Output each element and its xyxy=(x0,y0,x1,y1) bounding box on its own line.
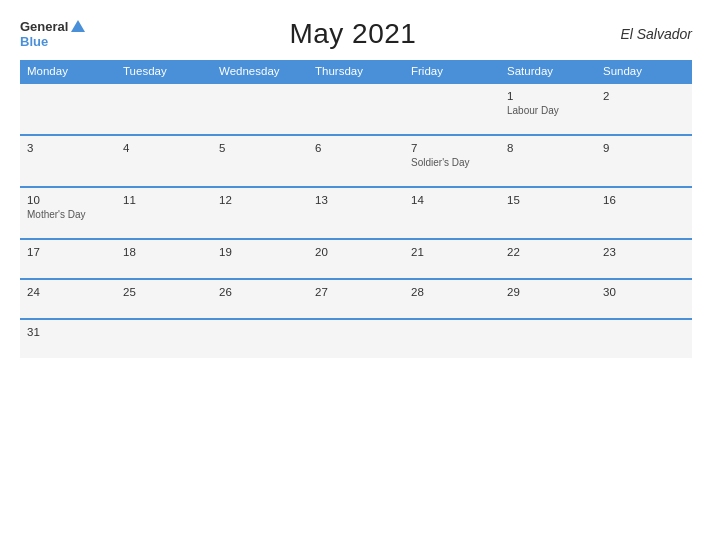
day-number: 12 xyxy=(219,194,301,206)
day-number: 6 xyxy=(315,142,397,154)
calendar-cell: 31 xyxy=(20,319,116,358)
logo-triangle-icon xyxy=(71,20,85,32)
month-title: May 2021 xyxy=(289,18,416,50)
calendar-cell: 28 xyxy=(404,279,500,319)
calendar-header: General Blue May 2021 El Salvador xyxy=(20,18,692,50)
calendar-cell: 25 xyxy=(116,279,212,319)
day-number: 26 xyxy=(219,286,301,298)
calendar-cell xyxy=(212,319,308,358)
calendar-cell: 29 xyxy=(500,279,596,319)
calendar-row-0: 1Labour Day2 xyxy=(20,83,692,135)
calendar-cell: 6 xyxy=(308,135,404,187)
day-number: 13 xyxy=(315,194,397,206)
calendar-cell: 14 xyxy=(404,187,500,239)
day-number: 15 xyxy=(507,194,589,206)
calendar-row-4: 24252627282930 xyxy=(20,279,692,319)
calendar-cell xyxy=(404,319,500,358)
calendar-row-5: 31 xyxy=(20,319,692,358)
logo-general-text: General xyxy=(20,19,68,34)
calendar-cell xyxy=(404,83,500,135)
calendar-cell: 2 xyxy=(596,83,692,135)
calendar-cell xyxy=(116,319,212,358)
calendar-cell: 9 xyxy=(596,135,692,187)
day-number: 3 xyxy=(27,142,109,154)
col-wednesday: Wednesday xyxy=(212,60,308,83)
day-number: 4 xyxy=(123,142,205,154)
calendar-cell: 11 xyxy=(116,187,212,239)
calendar-cell: 4 xyxy=(116,135,212,187)
col-thursday: Thursday xyxy=(308,60,404,83)
col-saturday: Saturday xyxy=(500,60,596,83)
day-number: 21 xyxy=(411,246,493,258)
col-monday: Monday xyxy=(20,60,116,83)
calendar-cell xyxy=(308,83,404,135)
day-number: 9 xyxy=(603,142,685,154)
day-number: 31 xyxy=(27,326,109,338)
calendar-cell: 30 xyxy=(596,279,692,319)
col-sunday: Sunday xyxy=(596,60,692,83)
col-tuesday: Tuesday xyxy=(116,60,212,83)
day-number: 20 xyxy=(315,246,397,258)
day-number: 2 xyxy=(603,90,685,102)
calendar-cell: 22 xyxy=(500,239,596,279)
col-friday: Friday xyxy=(404,60,500,83)
day-number: 5 xyxy=(219,142,301,154)
calendar-cell: 13 xyxy=(308,187,404,239)
calendar-cell xyxy=(308,319,404,358)
calendar-cell xyxy=(116,83,212,135)
calendar-cell: 24 xyxy=(20,279,116,319)
calendar-cell: 5 xyxy=(212,135,308,187)
calendar-cell: 8 xyxy=(500,135,596,187)
calendar-cell xyxy=(596,319,692,358)
holiday-label: Labour Day xyxy=(507,105,559,116)
calendar-page: General Blue May 2021 El Salvador Monday… xyxy=(0,0,712,550)
calendar-cell xyxy=(212,83,308,135)
day-number: 14 xyxy=(411,194,493,206)
calendar-cell: 27 xyxy=(308,279,404,319)
calendar-cell: 17 xyxy=(20,239,116,279)
calendar-cell: 7Soldier's Day xyxy=(404,135,500,187)
day-number: 17 xyxy=(27,246,109,258)
holiday-label: Soldier's Day xyxy=(411,157,470,168)
day-number: 16 xyxy=(603,194,685,206)
day-number: 28 xyxy=(411,286,493,298)
calendar-cell: 21 xyxy=(404,239,500,279)
calendar-cell: 23 xyxy=(596,239,692,279)
logo: General Blue xyxy=(20,19,85,49)
calendar-cell xyxy=(500,319,596,358)
country-label: El Salvador xyxy=(620,26,692,42)
day-number: 19 xyxy=(219,246,301,258)
day-number: 27 xyxy=(315,286,397,298)
calendar-cell: 15 xyxy=(500,187,596,239)
calendar-cell: 10Mother's Day xyxy=(20,187,116,239)
day-number: 18 xyxy=(123,246,205,258)
calendar-cell: 19 xyxy=(212,239,308,279)
calendar-cell xyxy=(20,83,116,135)
day-number: 24 xyxy=(27,286,109,298)
day-number: 10 xyxy=(27,194,109,206)
day-number: 25 xyxy=(123,286,205,298)
calendar-cell: 26 xyxy=(212,279,308,319)
logo-blue-text: Blue xyxy=(20,34,48,49)
calendar-row-2: 10Mother's Day111213141516 xyxy=(20,187,692,239)
calendar-cell: 1Labour Day xyxy=(500,83,596,135)
calendar-cell: 18 xyxy=(116,239,212,279)
day-number: 8 xyxy=(507,142,589,154)
day-number: 1 xyxy=(507,90,589,102)
calendar-table: Monday Tuesday Wednesday Thursday Friday… xyxy=(20,60,692,358)
day-number: 30 xyxy=(603,286,685,298)
calendar-row-3: 17181920212223 xyxy=(20,239,692,279)
calendar-cell: 20 xyxy=(308,239,404,279)
calendar-cell: 16 xyxy=(596,187,692,239)
day-number: 11 xyxy=(123,194,205,206)
day-number: 7 xyxy=(411,142,493,154)
day-number: 29 xyxy=(507,286,589,298)
holiday-label: Mother's Day xyxy=(27,209,86,220)
day-number: 22 xyxy=(507,246,589,258)
calendar-header-row: Monday Tuesday Wednesday Thursday Friday… xyxy=(20,60,692,83)
calendar-row-1: 34567Soldier's Day89 xyxy=(20,135,692,187)
calendar-cell: 12 xyxy=(212,187,308,239)
calendar-cell: 3 xyxy=(20,135,116,187)
day-number: 23 xyxy=(603,246,685,258)
